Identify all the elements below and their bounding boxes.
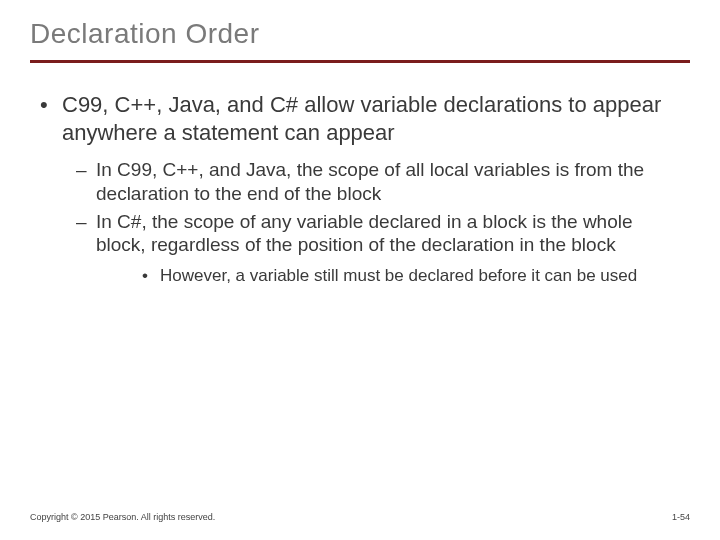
bullet-level1: • C99, C++, Java, and C# allow variable … — [36, 91, 684, 146]
bullet-level2: – In C99, C++, and Java, the scope of al… — [76, 158, 684, 206]
slide-footer: Copyright © 2015 Pearson. All rights res… — [30, 512, 690, 522]
dash-icon: – — [76, 210, 96, 258]
copyright-text: Copyright © 2015 Pearson. All rights res… — [30, 512, 215, 522]
slide-body: • C99, C++, Java, and C# allow variable … — [30, 91, 690, 287]
bullet-level3: • However, a variable still must be decl… — [142, 265, 684, 287]
page-number: 1-54 — [672, 512, 690, 522]
slide-title: Declaration Order — [30, 18, 690, 50]
bullet-level3-group: • However, a variable still must be decl… — [76, 265, 684, 287]
bullet-dot-icon: • — [142, 265, 160, 287]
bullet-text: However, a variable still must be declar… — [160, 265, 637, 287]
dash-icon: – — [76, 158, 96, 206]
title-rule — [30, 60, 690, 63]
bullet-text: C99, C++, Java, and C# allow variable de… — [62, 91, 684, 146]
bullet-dot-icon: • — [36, 91, 62, 146]
bullet-level2: – In C#, the scope of any variable decla… — [76, 210, 684, 258]
bullet-text: In C99, C++, and Java, the scope of all … — [96, 158, 684, 206]
bullet-level2-group: – In C99, C++, and Java, the scope of al… — [36, 158, 684, 287]
bullet-text: In C#, the scope of any variable declare… — [96, 210, 684, 258]
